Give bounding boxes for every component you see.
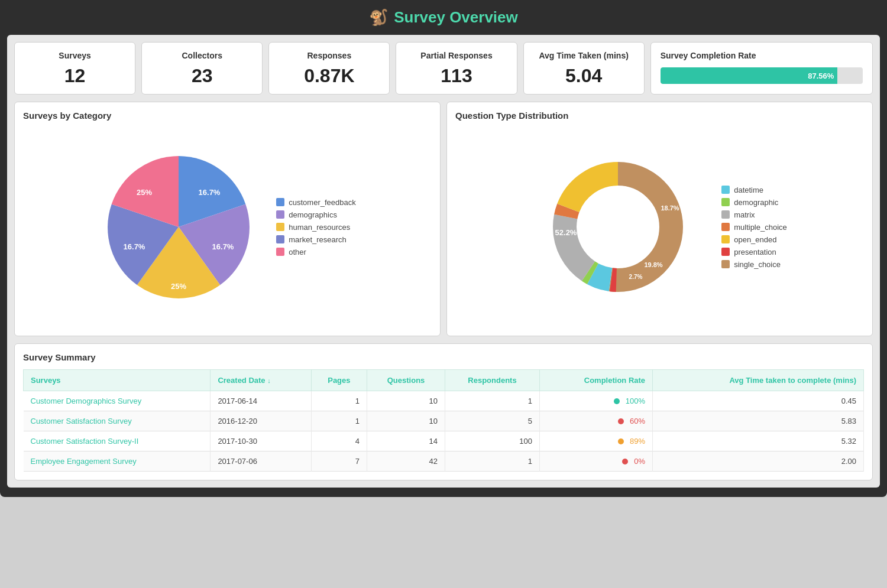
cell-respondents-0: 1 [445,391,540,411]
legend-color-mr [276,235,284,243]
category-chart-inner: 16.7% 16.7% 25% 16.7% 25% customer_feedb… [23,126,432,327]
cell-avgtime-2: 5.32 [653,431,864,451]
survey-table: Surveys Created Date ↓ Pages Questions [23,369,864,472]
legend-item-matrix: matrix [721,210,787,219]
table-row: Customer Demographics Survey 2017-06-14 … [24,391,864,411]
kpi-avgtime-label: Avg Time Taken (mins) [539,51,628,60]
cell-survey-1[interactable]: Customer Satisfaction Survey [24,411,211,431]
cell-pages-1: 1 [311,411,367,431]
kpi-partial-value: 113 [441,65,472,87]
legend-label-cf: customer_feedback [289,198,355,207]
legend-color-cf [276,198,284,206]
legend-color-mc [721,223,730,231]
legend-item-hr: human_resources [276,223,355,232]
type-legend: datetime demographic matrix multipl [721,186,787,269]
kpi-responses-label: Responses [307,51,352,60]
col-pages-label: Pages [328,376,350,385]
kpi-completion-label: Survey Completion Rate [661,51,756,60]
sort-icon: ↓ [267,377,271,384]
kpi-responses: Responses 0.87K [268,42,390,95]
pie-label-cf: 16.7% [199,188,221,197]
cell-questions-2: 14 [367,431,445,451]
legend-label-pres: presentation [734,248,776,256]
kpi-avgtime: Avg Time Taken (mins) 5.04 [523,42,645,95]
legend-label-matrix: matrix [734,210,755,219]
pie-label-other: 25% [137,188,152,197]
legend-item-demo: demographics [276,210,355,219]
cell-completion-2: 89% [539,431,652,451]
legend-color-hr [276,223,284,231]
cell-completion-1: 60% [539,411,652,431]
type-chart-inner: 52.2% 18.7% 19.8% 2.7% datetime de [455,126,864,327]
legend-label-datetime: datetime [734,186,763,194]
pie-label-hr: 25% [171,282,186,291]
table-row: Customer Satisfaction Survey 2016-12-20 … [24,411,864,431]
completion-value-0: 100% [626,397,645,405]
survey-link-3[interactable]: Employee Engagement Survey [31,457,137,466]
kpi-collectors-value: 23 [192,65,213,87]
completion-value-2: 89% [630,437,645,446]
table-body: Customer Demographics Survey 2017-06-14 … [24,391,864,472]
cell-date-1: 2016-12-20 [211,411,311,431]
table-header: Surveys Created Date ↓ Pages Questions [24,370,864,391]
donut-label-oe: 19.8% [645,261,663,268]
cell-survey-2[interactable]: Customer Satisfaction Survey-II [24,431,211,451]
col-respondents-label: Respondents [468,376,516,385]
survey-link-2[interactable]: Customer Satisfaction Survey-II [31,437,139,446]
legend-color-matrix [721,210,730,219]
col-surveys[interactable]: Surveys [24,370,211,391]
cell-questions-1: 10 [367,411,445,431]
legend-label-sc: single_choice [734,260,781,269]
survey-link-0[interactable]: Customer Demographics Survey [31,397,142,405]
table-row: Customer Satisfaction Survey-II 2017-10-… [24,431,864,451]
legend-label-mr: market_research [289,235,347,244]
col-avgtime[interactable]: Avg Time taken to complete (mins) [653,370,864,391]
legend-item-demographic: demographic [721,198,787,207]
header: 🐒 Survey Overview [0,0,887,35]
type-chart-title: Question Type Distribution [455,111,864,121]
main-content: Surveys 12 Collectors 23 Responses 0.87K… [7,35,880,488]
legend-color-demographic [721,198,730,206]
col-pages[interactable]: Pages [311,370,367,391]
legend-color-oe [721,235,730,243]
header-title: Survey Overview [394,8,518,27]
kpi-surveys-value: 12 [64,65,86,87]
legend-color-sc [721,260,730,268]
cell-pages-3: 7 [311,451,367,472]
completion-dot-2 [618,438,624,444]
legend-label-other: other [289,248,306,256]
legend-item-mr: market_research [276,235,355,244]
kpi-row: Surveys 12 Collectors 23 Responses 0.87K… [14,42,873,95]
type-chart-card: Question Type Distribution [446,102,873,336]
cell-avgtime-3: 2.00 [653,451,864,472]
col-date[interactable]: Created Date ↓ [211,370,311,391]
cell-completion-0: 100% [539,391,652,411]
col-respondents[interactable]: Respondents [445,370,540,391]
pie-label-demo: 16.7% [212,242,234,251]
pie-label-mr: 16.7% [124,242,145,251]
col-completion[interactable]: Completion Rate [539,370,652,391]
kpi-partial-label: Partial Responses [420,51,492,60]
category-pie-chart: 16.7% 16.7% 25% 16.7% 25% [99,147,258,307]
cell-survey-0[interactable]: Customer Demographics Survey [24,391,211,411]
type-donut-chart: 52.2% 18.7% 19.8% 2.7% [532,141,704,313]
kpi-avgtime-value: 5.04 [565,65,602,87]
cell-pages-0: 1 [311,391,367,411]
header-icon: 🐒 [369,8,388,27]
legend-label-demo: demographics [289,210,337,219]
legend-color-other [276,248,284,256]
legend-color-pres [721,248,730,256]
legend-item-datetime: datetime [721,186,787,194]
table-row: Employee Engagement Survey 2017-07-06 7 … [24,451,864,472]
completion-value-1: 60% [630,417,645,425]
legend-item-mc: multiple_choice [721,223,787,232]
cell-avgtime-1: 5.83 [653,411,864,431]
category-chart-card: Surveys by Category [14,102,441,336]
cell-questions-3: 42 [367,451,445,472]
col-avgtime-label: Avg Time taken to complete (mins) [729,376,856,385]
legend-item-oe: open_ended [721,235,787,244]
legend-item-other: other [276,248,355,256]
col-questions[interactable]: Questions [367,370,445,391]
cell-survey-3[interactable]: Employee Engagement Survey [24,451,211,472]
survey-link-1[interactable]: Customer Satisfaction Survey [31,417,132,425]
